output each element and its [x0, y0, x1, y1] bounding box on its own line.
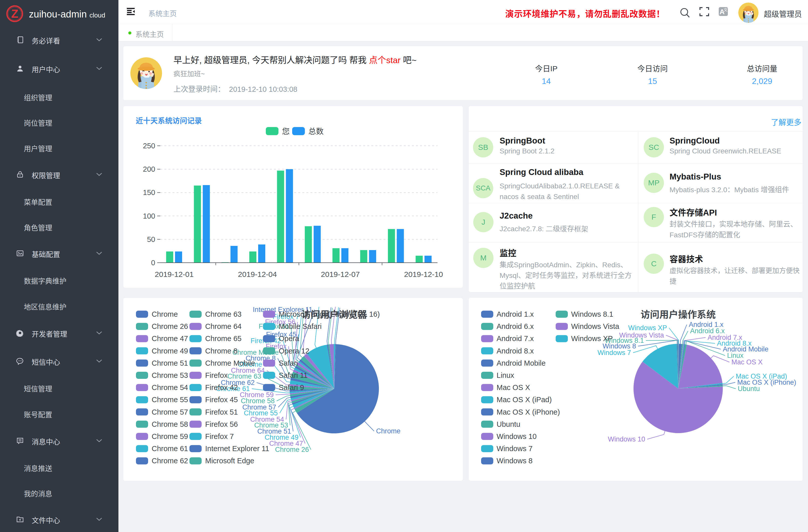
svg-text:Android 6.x: Android 6.x [497, 322, 534, 330]
svg-text:Firefox 7: Firefox 7 [205, 432, 234, 440]
svg-text:Windows Vista: Windows Vista [619, 331, 664, 339]
svg-text:Chrome 8: Chrome 8 [205, 347, 237, 355]
svg-text:Opera: Opera [279, 334, 299, 343]
svg-text:Firefox 45: Firefox 45 [205, 396, 238, 404]
svg-text:近十天系统访问记录: 近十天系统访问记录 [136, 117, 202, 125]
svg-text:50: 50 [147, 235, 155, 243]
svg-text:Chrome 49: Chrome 49 [152, 347, 188, 355]
svg-text:2019-12-01: 2019-12-01 [155, 270, 194, 278]
svg-text:Android Mobile: Android Mobile [497, 359, 546, 367]
svg-text:Safari 11: Safari 11 [279, 371, 308, 379]
svg-text:Chrome 53: Chrome 53 [152, 371, 188, 379]
svg-text:Opera 12: Opera 12 [279, 347, 309, 355]
svg-text:Chrome 63: Chrome 63 [205, 310, 241, 318]
svg-text:Chrome 59: Chrome 59 [152, 432, 188, 440]
svg-text:Firefox 56: Firefox 56 [205, 420, 238, 428]
svg-text:Microsoft Edge: Microsoft Edge [205, 457, 254, 465]
svg-text:Android 1.x: Android 1.x [497, 310, 534, 318]
svg-text:Ubuntu: Ubuntu [497, 420, 520, 428]
svg-text:Chrome 26: Chrome 26 [152, 322, 188, 330]
svg-text:2019-12-04: 2019-12-04 [238, 270, 277, 278]
svg-text:250: 250 [143, 142, 155, 150]
svg-text:Chrome: Chrome [376, 427, 401, 435]
svg-text:200: 200 [143, 165, 155, 173]
svg-text:Internet Explorer 11: Internet Explorer 11 [205, 444, 269, 453]
svg-text:Windows XP: Windows XP [628, 324, 667, 332]
svg-text:Chrome: Chrome [152, 310, 178, 318]
svg-text:150: 150 [143, 188, 155, 197]
svg-text:Chrome 65: Chrome 65 [205, 334, 241, 343]
svg-text:Chrome 55: Chrome 55 [152, 396, 188, 404]
svg-text:Chrome 57: Chrome 57 [152, 408, 188, 416]
svg-text:Mac OS X: Mac OS X [497, 383, 530, 391]
svg-text:Chrome 47: Chrome 47 [152, 334, 188, 343]
svg-text:Mobile Safari: Mobile Safari [279, 322, 322, 330]
svg-text:Windows XP: Windows XP [571, 334, 613, 343]
svg-text:访问用户操作系统: 访问用户操作系统 [641, 310, 716, 320]
svg-text:总数: 总数 [308, 127, 324, 135]
svg-text:Safari 9: Safari 9 [279, 383, 304, 391]
svg-text:Android 7.x: Android 7.x [497, 334, 534, 343]
svg-text:Windows 7: Windows 7 [497, 444, 533, 453]
svg-text:2019-12-07: 2019-12-07 [321, 270, 360, 278]
svg-text:Android 8.x: Android 8.x [497, 347, 534, 355]
svg-text:Chrome 58: Chrome 58 [152, 420, 188, 428]
svg-text:Chrome 64: Chrome 64 [205, 322, 241, 330]
svg-text:Firefox: Firefox [205, 371, 228, 379]
svg-text:Windows 10: Windows 10 [497, 432, 537, 440]
svg-text:Chrome 61: Chrome 61 [152, 444, 188, 453]
svg-text:Ubuntu: Ubuntu [738, 385, 760, 392]
svg-text:Firefox 51: Firefox 51 [205, 408, 238, 416]
svg-text:Linux: Linux [497, 371, 514, 379]
svg-text:Firefox 42: Firefox 42 [205, 383, 238, 391]
svg-text:2019-12-10: 2019-12-10 [404, 270, 443, 278]
svg-text:100: 100 [143, 212, 155, 220]
svg-text:Mac OS X (iPhone): Mac OS X (iPhone) [497, 408, 560, 416]
svg-text:Safari: Safari [279, 359, 298, 367]
svg-text:Windows 7: Windows 7 [598, 349, 631, 356]
svg-text:Windows 10: Windows 10 [608, 435, 645, 443]
svg-text:Chrome 51: Chrome 51 [152, 359, 188, 367]
svg-text:Windows 8.1: Windows 8.1 [571, 310, 613, 318]
svg-text:访问用户浏览器: 访问用户浏览器 [301, 310, 367, 320]
svg-text:Chrome Mobile: Chrome Mobile [205, 359, 255, 367]
svg-text:Mac OS X: Mac OS X [731, 358, 763, 366]
svg-text:您: 您 [282, 127, 290, 135]
svg-text:Chrome 54: Chrome 54 [152, 383, 188, 391]
svg-text:Windows Vista: Windows Vista [571, 322, 620, 330]
svg-text:Windows 8: Windows 8 [497, 457, 533, 465]
svg-text:Mac OS X (iPad): Mac OS X (iPad) [497, 396, 552, 404]
svg-text:0: 0 [151, 259, 155, 267]
svg-text:Chrome 62: Chrome 62 [152, 457, 188, 465]
